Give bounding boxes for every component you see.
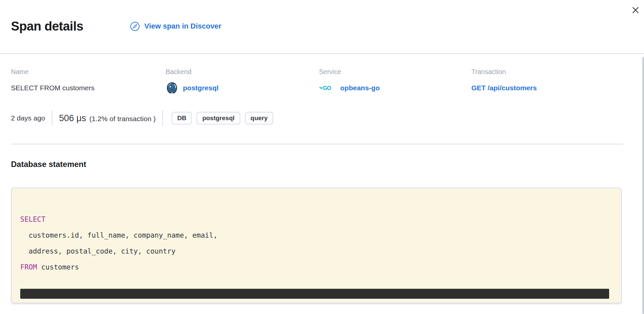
vertical-scrollbar[interactable] <box>642 57 644 314</box>
badge-group: DB postgresql query <box>172 112 273 124</box>
transaction-link[interactable]: GET /api/customers <box>471 83 537 93</box>
meta-label-name: Name <box>11 67 166 76</box>
meta-column-service: Service GO opbeans-go <box>319 67 471 95</box>
meta-column-transaction: Transaction GET /api/customers <box>471 67 625 95</box>
header-row: Span details View span in Discover <box>11 10 221 43</box>
service-link[interactable]: opbeans-go <box>340 83 380 93</box>
meta-label-transaction: Transaction <box>471 67 625 76</box>
meta-column-name: Name SELECT FROM customers <box>11 67 166 95</box>
meta-column-backend: Backend postgresql <box>166 67 319 95</box>
timestamp: 2 days ago <box>11 114 45 122</box>
page-title: Span details <box>11 18 83 34</box>
duration-percent-note: (1.2% of transaction ) <box>89 115 156 123</box>
discover-link-label: View span in Discover <box>144 22 221 31</box>
badge-query: query <box>245 112 274 124</box>
meta-label-backend: Backend <box>166 67 319 76</box>
database-statement-heading: Database statement <box>11 160 625 169</box>
meta-label-service: Service <box>319 67 471 76</box>
section-divider <box>11 144 623 144</box>
close-icon <box>631 6 640 15</box>
code-line: customers.id, full_name, company_name, e… <box>20 227 613 243</box>
database-statement-code-block: SELECT customers.id, full_name, company_… <box>11 188 622 303</box>
code-line: FROM customers <box>20 259 613 275</box>
code-line: address, postal_code, city, country <box>20 243 613 259</box>
redacted-bar <box>20 289 609 299</box>
vertical-divider <box>162 111 163 126</box>
badge-db: DB <box>172 112 192 124</box>
vertical-divider <box>52 111 52 126</box>
flyout-header: Span details View span in Discover <box>0 0 644 54</box>
badge-postgresql: postgresql <box>197 112 240 124</box>
span-name-value: SELECT FROM customers <box>11 81 166 95</box>
close-button[interactable] <box>628 3 643 17</box>
backend-link[interactable]: postgresql <box>183 83 218 93</box>
span-summary-row: 2 days ago 506 μs (1.2% of transaction )… <box>11 111 625 126</box>
compass-icon <box>130 21 140 32</box>
postgresql-icon <box>166 82 178 94</box>
code-line: SELECT <box>20 211 613 227</box>
go-icon: GO <box>319 83 336 93</box>
span-duration: 506 μs <box>59 113 86 123</box>
flyout-body: Name SELECT FROM customers Backend postg… <box>0 67 644 303</box>
view-span-in-discover-link[interactable]: View span in Discover <box>130 21 221 32</box>
span-metadata-grid: Name SELECT FROM customers Backend postg… <box>11 67 625 95</box>
duration-wrap: 506 μs (1.2% of transaction ) <box>59 113 156 123</box>
svg-text:GO: GO <box>323 85 331 91</box>
